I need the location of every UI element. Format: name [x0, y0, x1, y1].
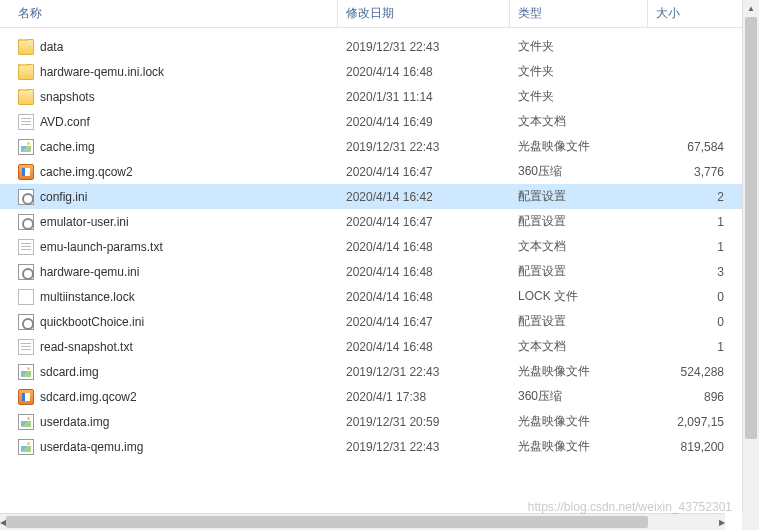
file-name: quickbootChoice.ini — [40, 315, 144, 329]
scroll-up-icon[interactable]: ▲ — [743, 0, 759, 17]
file-size: 3,776 — [648, 165, 742, 179]
file-type: 文本文档 — [510, 238, 648, 255]
file-type: 文本文档 — [510, 113, 648, 130]
file-type: 文本文档 — [510, 338, 648, 355]
file-name: emu-launch-params.txt — [40, 240, 163, 254]
file-row[interactable]: AVD.conf2020/4/14 16:49文本文档 — [0, 109, 742, 134]
file-row[interactable]: hardware-qemu.ini.lock2020/4/14 16:48文件夹 — [0, 59, 742, 84]
file-row[interactable]: data2019/12/31 22:43文件夹 — [0, 34, 742, 59]
file-date: 2019/12/31 22:43 — [338, 40, 510, 54]
file-date: 2020/4/14 16:48 — [338, 240, 510, 254]
file-date: 2020/4/14 16:47 — [338, 315, 510, 329]
file-name: hardware-qemu.ini.lock — [40, 65, 164, 79]
file-row[interactable]: read-snapshot.txt2020/4/14 16:48文本文档1 — [0, 334, 742, 359]
qcow-icon — [18, 389, 34, 405]
file-row[interactable]: quickbootChoice.ini2020/4/14 16:47配置设置0 — [0, 309, 742, 334]
vertical-scrollbar[interactable]: ▲ ▼ — [742, 0, 759, 530]
qcow-icon — [18, 164, 34, 180]
file-name: data — [40, 40, 63, 54]
file-list: data2019/12/31 22:43文件夹hardware-qemu.ini… — [0, 28, 742, 459]
file-name: emulator-user.ini — [40, 215, 129, 229]
img-icon — [18, 139, 34, 155]
ini-icon — [18, 189, 34, 205]
file-size: 1 — [648, 240, 742, 254]
txt-icon — [18, 239, 34, 255]
vertical-scroll-thumb[interactable] — [745, 17, 757, 439]
file-date: 2020/4/1 17:38 — [338, 390, 510, 404]
file-row[interactable]: snapshots2020/1/31 11:14文件夹 — [0, 84, 742, 109]
scroll-right-icon[interactable]: ▶ — [719, 514, 725, 530]
file-name: sdcard.img.qcow2 — [40, 390, 137, 404]
file-size: 896 — [648, 390, 742, 404]
file-name: userdata.img — [40, 415, 109, 429]
file-type: LOCK 文件 — [510, 288, 648, 305]
file-row[interactable]: userdata-qemu.img2019/12/31 22:43光盘映像文件8… — [0, 434, 742, 459]
file-type: 文件夹 — [510, 88, 648, 105]
file-row[interactable]: sdcard.img2019/12/31 22:43光盘映像文件524,288 — [0, 359, 742, 384]
file-row[interactable]: sdcard.img.qcow22020/4/1 17:38360压缩896 — [0, 384, 742, 409]
file-row[interactable]: userdata.img2019/12/31 20:59光盘映像文件2,097,… — [0, 409, 742, 434]
file-size: 2 — [648, 190, 742, 204]
file-date: 2019/12/31 22:43 — [338, 440, 510, 454]
file-type: 光盘映像文件 — [510, 363, 648, 380]
file-name: sdcard.img — [40, 365, 99, 379]
file-row[interactable]: config.ini2020/4/14 16:42配置设置2 — [0, 184, 742, 209]
column-header-size[interactable]: 大小 — [648, 0, 742, 27]
file-size: 2,097,15 — [648, 415, 742, 429]
file-date: 2020/4/14 16:42 — [338, 190, 510, 204]
lock-icon — [18, 289, 34, 305]
file-row[interactable]: cache.img.qcow22020/4/14 16:47360压缩3,776 — [0, 159, 742, 184]
txt-icon — [18, 114, 34, 130]
file-date: 2019/12/31 22:43 — [338, 365, 510, 379]
file-date: 2020/4/14 16:47 — [338, 165, 510, 179]
column-header-type[interactable]: 类型 — [510, 0, 648, 27]
file-type: 配置设置 — [510, 313, 648, 330]
watermark: https://blog.csdn.net/weixin_43752301 — [528, 500, 732, 514]
file-row[interactable]: emu-launch-params.txt2020/4/14 16:48文本文档… — [0, 234, 742, 259]
horizontal-scroll-thumb[interactable] — [6, 516, 648, 528]
file-date: 2020/4/14 16:49 — [338, 115, 510, 129]
file-date: 2020/4/14 16:48 — [338, 340, 510, 354]
txt-icon — [18, 339, 34, 355]
ini-icon — [18, 214, 34, 230]
img-icon — [18, 364, 34, 380]
file-type: 360压缩 — [510, 388, 648, 405]
horizontal-scrollbar[interactable]: ◀ ▶ — [0, 513, 725, 530]
file-name: AVD.conf — [40, 115, 90, 129]
file-type: 配置设置 — [510, 188, 648, 205]
file-type: 光盘映像文件 — [510, 438, 648, 455]
ini-icon — [18, 264, 34, 280]
file-name: cache.img.qcow2 — [40, 165, 133, 179]
file-size: 524,288 — [648, 365, 742, 379]
file-type: 文件夹 — [510, 63, 648, 80]
file-row[interactable]: multiinstance.lock2020/4/14 16:48LOCK 文件… — [0, 284, 742, 309]
file-type: 配置设置 — [510, 213, 648, 230]
scrollbar-corner — [742, 513, 759, 530]
file-name: snapshots — [40, 90, 95, 104]
file-name: read-snapshot.txt — [40, 340, 133, 354]
file-name: userdata-qemu.img — [40, 440, 143, 454]
folder-icon — [18, 89, 34, 105]
file-date: 2020/4/14 16:48 — [338, 65, 510, 79]
file-size: 1 — [648, 340, 742, 354]
file-size: 67,584 — [648, 140, 742, 154]
file-date: 2020/4/14 16:48 — [338, 265, 510, 279]
file-name: hardware-qemu.ini — [40, 265, 139, 279]
file-date: 2019/12/31 22:43 — [338, 140, 510, 154]
file-size: 1 — [648, 215, 742, 229]
file-size: 819,200 — [648, 440, 742, 454]
file-row[interactable]: cache.img2019/12/31 22:43光盘映像文件67,584 — [0, 134, 742, 159]
file-row[interactable]: hardware-qemu.ini2020/4/14 16:48配置设置3 — [0, 259, 742, 284]
img-icon — [18, 414, 34, 430]
column-header-row: 名称 修改日期 类型 大小 — [0, 0, 742, 28]
file-date: 2020/4/14 16:48 — [338, 290, 510, 304]
file-name: config.ini — [40, 190, 87, 204]
file-row[interactable]: emulator-user.ini2020/4/14 16:47配置设置1 — [0, 209, 742, 234]
column-header-name[interactable]: 名称 — [0, 0, 338, 27]
file-type: 360压缩 — [510, 163, 648, 180]
file-date: 2020/1/31 11:14 — [338, 90, 510, 104]
folder-icon — [18, 64, 34, 80]
column-header-date[interactable]: 修改日期 — [338, 0, 510, 27]
folder-icon — [18, 39, 34, 55]
img-icon — [18, 439, 34, 455]
